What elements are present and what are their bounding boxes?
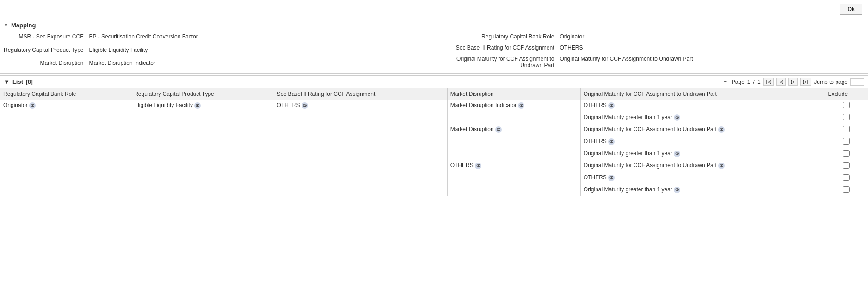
jump-to-page-input[interactable] xyxy=(850,78,864,86)
list-title-text: List xyxy=(12,78,23,85)
table-cell-1-3 xyxy=(447,112,580,124)
info-badge[interactable]: ③ xyxy=(194,102,201,109)
mapping-label-r1: Sec Basel II Rating for CCF Assignment xyxy=(434,44,554,52)
col-header-3: Market Disruption xyxy=(447,88,580,100)
info-badge[interactable]: ② xyxy=(674,114,680,121)
mapping-chevron-icon: ▼ xyxy=(4,23,8,28)
table-cell-4-0 xyxy=(0,148,131,160)
mapping-label-0: MSR - Sec Exposure CCF xyxy=(4,32,84,41)
list-header: ▼ List [8] ≡ Page 1 / 1 |◁ ◁ ▷ ▷| Jump t… xyxy=(0,75,868,88)
page-separator: / xyxy=(753,79,755,85)
table-cell-6-2 xyxy=(274,172,447,184)
table-row: Original Maturity greater than 1 year② xyxy=(0,184,868,196)
table-cell-4-3 xyxy=(447,148,580,160)
mapping-grid: MSR - Sec Exposure CCF BP - Securitisati… xyxy=(0,32,868,69)
info-badge[interactable]: ① xyxy=(518,102,524,109)
table-row: Original Maturity greater than 1 year② xyxy=(0,112,868,124)
prev-page-button[interactable]: ◁ xyxy=(776,78,786,86)
list-section: ▼ List [8] ≡ Page 1 / 1 |◁ ◁ ▷ ▷| Jump t… xyxy=(0,75,868,196)
data-table: Regulatory Capital Bank Role Regulatory … xyxy=(0,88,868,196)
table-cell-3-exclude xyxy=(825,136,868,148)
table-cell-2-3: Market Disruption② xyxy=(447,124,580,136)
table-cell-7-0 xyxy=(0,184,131,196)
exclude-checkbox[interactable] xyxy=(843,174,850,181)
table-cell-3-2 xyxy=(274,136,447,148)
col-header-2: Sec Basel II Rating for CCF Assignment xyxy=(274,88,447,100)
col-header-1: Regulatory Capital Product Type xyxy=(131,88,274,100)
info-badge[interactable]: ② xyxy=(29,102,36,109)
table-cell-3-4: OTHERS② xyxy=(580,136,825,148)
mapping-header[interactable]: ▼ Mapping xyxy=(0,21,868,30)
table-cell-2-1 xyxy=(131,124,274,136)
table-cell-0-4: OTHERS② xyxy=(580,100,825,112)
page-label: Page xyxy=(732,79,745,85)
table-cell-1-exclude xyxy=(825,112,868,124)
next-page-button[interactable]: ▷ xyxy=(788,78,798,86)
exclude-checkbox[interactable] xyxy=(843,186,850,193)
current-page: 1 xyxy=(747,79,751,85)
exclude-checkbox[interactable] xyxy=(843,162,850,169)
mapping-section: ▼ Mapping MSR - Sec Exposure CCF BP - Se… xyxy=(0,17,868,74)
info-badge[interactable]: ② xyxy=(302,102,308,109)
exclude-checkbox[interactable] xyxy=(843,126,850,132)
table-cell-0-0: Originator② xyxy=(0,100,131,112)
table-row: Original Maturity greater than 1 year② xyxy=(0,148,868,160)
table-cell-6-exclude xyxy=(825,172,868,184)
exclude-checkbox[interactable] xyxy=(843,150,850,157)
table-cell-2-2 xyxy=(274,124,447,136)
table-cell-5-2 xyxy=(274,160,447,172)
info-badge[interactable]: ① xyxy=(718,126,725,133)
table-cell-6-0 xyxy=(0,172,131,184)
info-badge[interactable]: ② xyxy=(674,187,680,193)
first-page-button[interactable]: |◁ xyxy=(763,78,774,86)
table-cell-4-1 xyxy=(131,148,274,160)
table-cell-7-2 xyxy=(274,184,447,196)
col-header-0: Regulatory Capital Bank Role xyxy=(0,88,131,100)
mapping-value-1: Eligible Liquidity Facility xyxy=(89,46,434,54)
table-cell-7-3 xyxy=(447,184,580,196)
table-cell-6-3 xyxy=(447,172,580,184)
table-cell-1-4: Original Maturity greater than 1 year② xyxy=(580,112,825,124)
table-cell-6-4: OTHERS② xyxy=(580,172,825,184)
ok-button-area: Ok xyxy=(0,0,868,17)
list-title: ▼ List [8] xyxy=(4,78,33,85)
table-cell-5-exclude xyxy=(825,160,868,172)
info-badge[interactable]: ① xyxy=(718,163,725,169)
table-header-row: Regulatory Capital Bank Role Regulatory … xyxy=(0,88,868,100)
mapping-title: Mapping xyxy=(11,22,36,29)
ok-button[interactable]: Ok xyxy=(840,4,862,15)
jump-label: Jump to page xyxy=(814,79,848,85)
info-badge[interactable]: ② xyxy=(495,126,502,133)
exclude-checkbox[interactable] xyxy=(843,114,850,120)
info-badge[interactable]: ② xyxy=(475,163,481,169)
table-cell-1-0 xyxy=(0,112,131,124)
col-header-5: Exclude xyxy=(825,88,868,100)
info-badge[interactable]: ② xyxy=(608,175,615,181)
exclude-checkbox[interactable] xyxy=(843,102,850,108)
info-badge[interactable]: ② xyxy=(674,151,680,157)
info-badge[interactable]: ② xyxy=(608,138,615,145)
table-cell-1-2 xyxy=(274,112,447,124)
table-body: Originator②Eligible Liquidity Facility③O… xyxy=(0,100,868,196)
table-row: OTHERS② xyxy=(0,136,868,148)
col-header-4: Original Maturity for CCF Assignment to … xyxy=(580,88,825,100)
table-cell-3-1 xyxy=(131,136,274,148)
table-row: Originator②Eligible Liquidity Facility③O… xyxy=(0,100,868,112)
table-row: OTHERS② xyxy=(0,172,868,184)
table-cell-2-0 xyxy=(0,124,131,136)
table-cell-3-0 xyxy=(0,136,131,148)
list-chevron-icon: ▼ xyxy=(4,78,10,85)
mapping-label-r0: Regulatory Capital Bank Role xyxy=(434,32,554,41)
table-row: OTHERS②Original Maturity for CCF Assignm… xyxy=(0,160,868,172)
table-cell-7-exclude xyxy=(825,184,868,196)
mapping-label-1: Regulatory Capital Product Type xyxy=(4,46,84,54)
info-badge[interactable]: ② xyxy=(608,102,615,109)
table-cell-5-0 xyxy=(0,160,131,172)
table-cell-0-2: OTHERS② xyxy=(274,100,447,112)
mapping-value-0: BP - Securitisation Credit Conversion Fa… xyxy=(89,32,434,41)
table-cell-0-exclude xyxy=(825,100,868,112)
table-cell-6-1 xyxy=(131,172,274,184)
exclude-checkbox[interactable] xyxy=(843,138,850,145)
mapping-right-col: Regulatory Capital Bank Role Originator … xyxy=(434,32,865,69)
last-page-button[interactable]: ▷| xyxy=(800,78,811,86)
